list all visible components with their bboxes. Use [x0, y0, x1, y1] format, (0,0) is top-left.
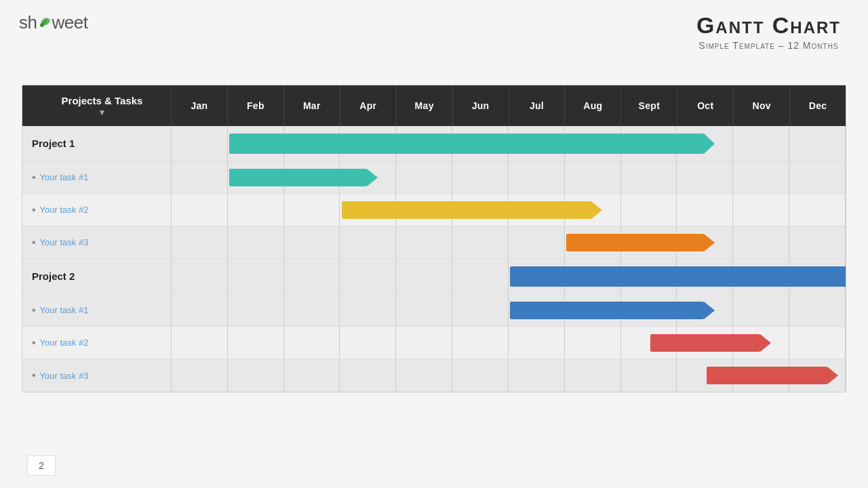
gantt-chart: Projects & Tasks ▼ Jan Feb Mar Apr May J…: [22, 85, 846, 392]
month-cell-6-3: [340, 327, 396, 359]
month-cell-2-10: [733, 194, 789, 226]
month-cell-7-6: [509, 359, 565, 392]
month-jul: Jul: [509, 85, 566, 126]
month-cell-4-10: [733, 259, 789, 293]
row-label-4: Project 2: [22, 259, 172, 293]
month-cell-6-7: [565, 327, 621, 359]
gantt-row-5: •Your task #1: [22, 294, 846, 327]
month-cell-6-9: [677, 327, 733, 359]
month-cell-3-6: [509, 226, 565, 258]
month-cell-5-9: [677, 294, 733, 326]
gantt-row-2: •Your task #2: [22, 194, 846, 226]
main-title: Gantt Chart: [696, 12, 841, 39]
month-cell-6-8: [621, 327, 677, 359]
month-cell-3-5: [452, 226, 509, 258]
month-cell-4-8: [621, 259, 677, 293]
month-cell-3-9: [677, 226, 733, 258]
row-label-3: •Your task #3: [22, 226, 172, 258]
task-dot-icon: •: [32, 237, 36, 248]
month-cell-6-6: [509, 327, 565, 359]
month-cell-5-6: [509, 294, 565, 326]
task-dot-icon: •: [32, 205, 36, 216]
month-cell-2-4: [396, 194, 452, 226]
task-dot-icon: •: [32, 305, 36, 316]
month-cell-7-5: [452, 359, 509, 392]
row-months-4: [172, 259, 846, 293]
task-dot-icon: •: [32, 370, 36, 381]
month-cell-7-11: [789, 359, 846, 392]
month-apr: Apr: [340, 85, 397, 126]
month-cell-3-11: [789, 226, 846, 258]
month-oct: Oct: [677, 85, 734, 126]
row-label-6: •Your task #2: [22, 327, 172, 359]
row-months-0: [172, 126, 846, 161]
month-cell-1-5: [452, 161, 509, 193]
month-cell-4-11: [789, 259, 846, 293]
gantt-body: Project 1•Your task #1•Your task #2•Your…: [22, 126, 846, 392]
month-cell-3-4: [396, 226, 452, 258]
month-cell-2-11: [789, 194, 846, 226]
month-cell-4-7: [565, 259, 621, 293]
month-cell-6-0: [172, 327, 228, 359]
month-cell-0-9: [677, 126, 733, 161]
month-cell-1-1: [228, 161, 284, 193]
month-cell-6-1: [228, 327, 284, 359]
row-label-text-4: Project 2: [32, 270, 75, 282]
row-label-text-7: Your task #3: [40, 371, 89, 381]
month-cell-6-5: [452, 327, 509, 359]
row-label-5: •Your task #1: [22, 294, 172, 326]
month-cell-5-8: [621, 294, 677, 326]
gantt-row-1: •Your task #1: [22, 161, 846, 194]
month-cell-1-6: [509, 161, 565, 193]
row-label-text-0: Project 1: [32, 138, 75, 149]
month-cell-2-8: [621, 194, 677, 226]
month-cell-7-10: [733, 359, 789, 392]
month-cell-1-11: [789, 161, 846, 193]
gantt-row-7: •Your task #3: [22, 359, 846, 392]
sort-arrow-icon: ▼: [98, 108, 106, 117]
month-feb: Feb: [228, 85, 284, 126]
month-cell-6-2: [284, 327, 340, 359]
month-cell-2-5: [452, 194, 509, 226]
month-cell-7-8: [621, 359, 677, 392]
row-label-text-6: Your task #2: [40, 338, 89, 348]
logo-text-after: weet: [52, 12, 87, 33]
gantt-row-0: Project 1: [22, 126, 846, 161]
title-area: Gantt Chart Simple Template – 12 Months: [696, 12, 841, 51]
month-dec: Dec: [790, 85, 846, 126]
month-cell-0-7: [565, 126, 621, 161]
month-sept: Sept: [621, 85, 677, 126]
row-months-7: [172, 359, 846, 392]
row-label-text-5: Your task #1: [40, 305, 89, 315]
month-mar: Mar: [284, 85, 340, 126]
month-aug: Aug: [565, 85, 621, 126]
task-dot-icon: •: [32, 172, 36, 183]
month-cell-7-7: [565, 359, 621, 392]
month-cell-2-0: [172, 194, 228, 226]
row-label-text-2: Your task #2: [40, 205, 89, 215]
month-cell-0-8: [621, 126, 677, 161]
gantt-row-6: •Your task #2: [22, 327, 846, 359]
row-label-0: Project 1: [22, 126, 172, 161]
row-months-2: [172, 194, 846, 226]
month-cell-1-0: [172, 161, 228, 193]
month-cell-5-3: [340, 294, 396, 326]
month-cell-0-0: [172, 126, 228, 161]
month-cell-3-1: [228, 226, 284, 258]
col-tasks-label: Projects & Tasks: [62, 95, 143, 106]
month-cell-5-2: [284, 294, 340, 326]
month-cell-6-10: [733, 327, 789, 359]
month-cell-0-3: [340, 126, 396, 161]
logo-text-before: sh: [19, 12, 37, 33]
month-cell-0-2: [284, 126, 340, 161]
row-label-text-1: Your task #1: [40, 172, 89, 182]
logo-leaf-icon: [37, 16, 52, 30]
month-cell-6-11: [789, 327, 846, 359]
gantt-row-3: •Your task #3: [22, 226, 846, 259]
month-cell-4-3: [340, 259, 396, 293]
gantt-row-4: Project 2: [22, 259, 846, 294]
month-cell-0-11: [789, 126, 846, 161]
month-cell-3-0: [172, 226, 228, 258]
month-cell-1-8: [621, 161, 677, 193]
task-dot-icon: •: [32, 338, 36, 348]
